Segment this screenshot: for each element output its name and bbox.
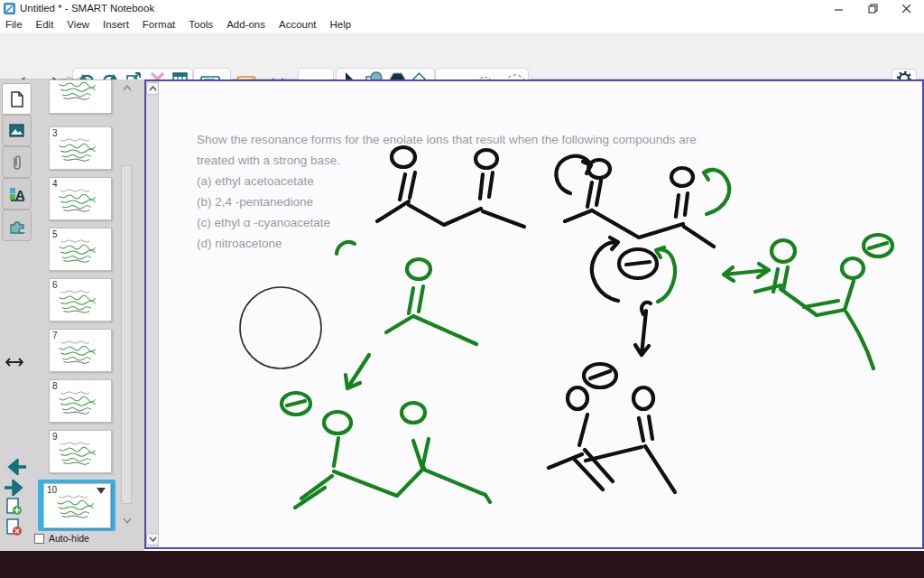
page-sorter-sidebar: A 3 4 5	[0, 79, 144, 551]
ink-vertical-resonance-arrow[interactable]	[635, 303, 651, 355]
page-icon	[10, 91, 24, 107]
sidebar-previous-page[interactable]	[4, 459, 27, 479]
thumbnail-ink	[51, 339, 107, 368]
menu-help[interactable]: Help	[330, 19, 352, 30]
menu-bar: File Edit View Insert Format Tools Add-o…	[0, 17, 924, 32]
tab-gallery[interactable]	[2, 115, 32, 146]
resize-sidebar-handle[interactable]	[5, 355, 23, 371]
sidebar-next-page[interactable]	[4, 480, 27, 499]
thumbnail-ink	[51, 187, 107, 216]
main-toolbar: A	[0, 33, 924, 79]
ink-enolate-bottom-left[interactable]	[282, 393, 490, 508]
menu-insert[interactable]: Insert	[103, 19, 129, 30]
tab-add-ons[interactable]	[2, 210, 32, 241]
big-back-arrow-icon	[4, 459, 27, 475]
screen: Untitled * - SMART Notebook File Edit Vi…	[0, 0, 924, 578]
addon-puzzle-icon	[8, 218, 26, 234]
windows-taskbar: 19°F 8:08 PM 12/27/2021	[0, 551, 924, 578]
delete-page-icon	[5, 518, 23, 536]
menu-edit[interactable]: Edit	[36, 19, 54, 30]
ink-drawn-circle[interactable]	[240, 287, 321, 368]
ink-small-mark[interactable]	[337, 242, 355, 254]
sidebar-add-page[interactable]	[5, 498, 23, 519]
restore-button[interactable]	[859, 1, 886, 16]
ink-pentanedione-skeletal[interactable]	[377, 147, 524, 227]
ink-enolate-right[interactable]	[755, 235, 892, 368]
ink-layer	[146, 81, 920, 547]
tab-properties[interactable]: A	[2, 178, 32, 210]
thumbnail-scroll-up-icon[interactable]	[123, 85, 132, 91]
thumbnail-scrollbar-thumb[interactable]	[121, 165, 132, 504]
page-thumbnail-10-selected[interactable]: 10	[43, 483, 111, 528]
title-bar: Untitled * - SMART Notebook	[0, 0, 924, 17]
horizontal-resize-icon	[5, 357, 23, 368]
ink-horizontal-resonance-arrow[interactable]	[724, 264, 769, 281]
page-thumbnail-4[interactable]: 4	[49, 177, 112, 220]
thumbnail-ink	[51, 440, 107, 469]
autohide-label: Auto-hide	[49, 533, 89, 544]
page-menu-dropdown-icon[interactable]	[97, 488, 106, 495]
thumbnail-ink	[51, 136, 107, 165]
page-thumbnail-partial[interactable]	[49, 79, 112, 114]
ink-circled-minus-carbanion[interactable]	[592, 238, 675, 302]
ink-enolate-bottom-middle[interactable]	[549, 364, 675, 492]
page-thumbnail-9[interactable]: 9	[49, 430, 112, 473]
tab-page-sorter[interactable]	[2, 83, 32, 115]
menu-account[interactable]: Account	[279, 19, 317, 30]
gallery-image-icon	[9, 124, 24, 137]
thumbnail-ink	[51, 75, 107, 104]
thumbnail-ink	[51, 288, 107, 317]
page-thumbnail-7[interactable]: 7	[49, 329, 112, 372]
minimize-button[interactable]	[826, 1, 853, 16]
ink-pentanedione-curved-arrows[interactable]	[556, 156, 729, 247]
properties-a-icon: A	[9, 186, 25, 201]
menu-view[interactable]: View	[67, 19, 89, 30]
tab-attachments[interactable]	[2, 146, 32, 178]
page-thumbnail-6[interactable]: 6	[49, 278, 112, 322]
big-forward-arrow-icon	[4, 480, 27, 496]
page-thumbnail-8[interactable]: 8	[49, 379, 112, 423]
thumbnail-ink	[50, 493, 106, 522]
ink-down-arrow[interactable]	[346, 355, 369, 388]
ink-ketone-fragment[interactable]	[386, 259, 476, 344]
thumbnail-scroll-down-icon[interactable]	[123, 517, 132, 524]
thumbnail-ink	[51, 238, 107, 266]
app-icon	[4, 3, 15, 14]
window-title: Untitled * - SMART Notebook	[20, 3, 154, 14]
close-button[interactable]	[893, 1, 920, 16]
menu-tools[interactable]: Tools	[189, 19, 213, 30]
sidebar-delete-page[interactable]	[5, 518, 23, 540]
menu-file[interactable]: File	[5, 19, 23, 30]
page-thumbnail-3[interactable]: 3	[49, 126, 112, 170]
paperclip-icon	[11, 154, 23, 171]
autohide-checkbox[interactable]	[34, 534, 44, 544]
menu-addons[interactable]: Add-ons	[226, 19, 265, 30]
thumbnail-ink	[51, 389, 107, 418]
menu-format[interactable]: Format	[143, 19, 175, 30]
page-thumbnail-5[interactable]: 5	[49, 228, 112, 271]
svg-text:A: A	[15, 187, 25, 201]
add-page-icon	[5, 498, 23, 516]
